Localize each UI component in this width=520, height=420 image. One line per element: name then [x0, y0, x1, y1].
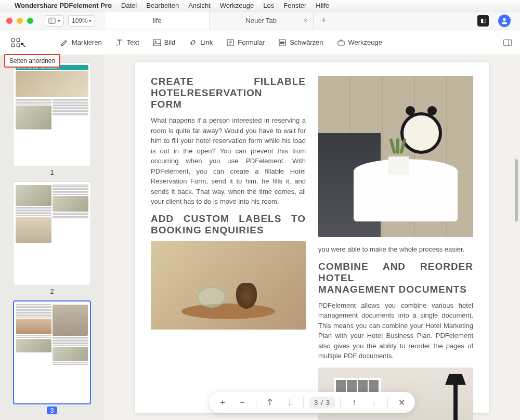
dual-pane-button[interactable]	[503, 38, 512, 47]
tool-text[interactable]: Text	[115, 38, 139, 47]
tool-schwaerzen[interactable]: Schwärzen	[278, 38, 323, 47]
menu-ansicht[interactable]: Ansicht	[188, 2, 211, 9]
tab-neuer[interactable]: Neuer Tab ×	[210, 11, 314, 30]
form-icon	[226, 38, 235, 47]
toolbox-icon	[337, 38, 345, 47]
image-icon	[153, 38, 161, 47]
cursor-icon: ↖	[20, 41, 27, 49]
tool-bild[interactable]: Bild	[153, 38, 176, 47]
menu-datei[interactable]: Datei	[121, 2, 137, 9]
zoom-value: 109%	[72, 17, 88, 24]
page-thumbnail-2[interactable]	[13, 181, 91, 285]
tool-link[interactable]: Link	[189, 38, 213, 47]
svg-rect-3	[11, 38, 15, 42]
thumb-number: 2	[50, 287, 54, 295]
app-name[interactable]: Wondershare PDFelement Pro	[15, 2, 112, 9]
menu-los[interactable]: Los	[263, 2, 274, 9]
window-chrome: ▾ 109% ▾ life Neuer Tab × + ◧	[0, 11, 520, 30]
menu-fenster[interactable]: Fenster	[283, 2, 306, 9]
paragraph: you were able to make the whole process …	[318, 244, 473, 255]
svg-rect-14	[280, 42, 284, 44]
menu-bearbeiten[interactable]: Bearbeiten	[146, 2, 179, 9]
thumbnails-sidebar: How to Plan your Time Effectively 1 2 3	[0, 55, 104, 420]
svg-rect-7	[153, 40, 161, 46]
thumb-number: 3	[47, 406, 57, 414]
zoom-out-button[interactable]: －	[234, 394, 251, 411]
page-sep: /	[321, 399, 323, 406]
heading-create-fillable: CREATE FILLABLE HOTELRESERVATION FORM	[151, 76, 306, 110]
thumb-number: 1	[50, 168, 54, 176]
dual-pane-icon	[503, 38, 512, 47]
highlighter-icon	[60, 38, 69, 47]
redact-icon	[278, 38, 287, 47]
fit-width-button[interactable]	[262, 394, 278, 411]
close-bar-button[interactable]: ✕	[393, 394, 410, 411]
tool-label: Markieren	[72, 38, 102, 46]
next-page-button[interactable]: ↓	[366, 394, 382, 411]
tool-werkzeuge[interactable]: Werkzeuge	[337, 38, 383, 47]
tool-label: Werkzeuge	[348, 38, 383, 46]
svg-rect-4	[17, 38, 20, 42]
fit-height-icon	[285, 398, 294, 406]
main-toolbar: ↖ Markieren Text Bild Link Formular Schw…	[0, 30, 520, 55]
tool-label: Formular	[238, 38, 265, 46]
chevron-down-icon: ▾	[89, 18, 92, 23]
tool-markieren[interactable]: Markieren	[60, 38, 102, 47]
tooltip-text: Seiten anordnen	[9, 57, 55, 64]
link-icon	[189, 38, 197, 47]
macos-menubar: Wondershare PDFelement Pro Datei Bearbei…	[0, 0, 520, 11]
page-indicator[interactable]: 3 / 3	[309, 397, 335, 409]
paragraph: PDFelement allows you combine various ho…	[318, 300, 473, 361]
heading-add-custom: ADD CUSTOM LABELS TO BOOKING ENQUIRIES	[151, 213, 306, 236]
document-canvas[interactable]: CREATE FILLABLE HOTELRESERVATION FORM Wh…	[104, 55, 520, 420]
new-tab-button[interactable]: +	[314, 11, 334, 30]
thumbnails-grid-button[interactable]: ↖	[8, 35, 23, 50]
zoom-selector[interactable]: 109% ▾	[68, 15, 95, 27]
sidebar-icon	[48, 17, 56, 24]
pdf-page: CREATE FILLABLE HOTELRESERVATION FORM Wh…	[135, 62, 489, 413]
app-logo-icon[interactable]: ◧	[477, 15, 489, 27]
total-pages: 3	[326, 399, 330, 406]
tool-label: Bild	[164, 38, 176, 46]
svg-rect-16	[503, 40, 511, 46]
svg-rect-15	[338, 41, 344, 45]
window-minimize[interactable]	[17, 18, 23, 24]
sidebar-toggle-button[interactable]: ▾	[45, 15, 64, 27]
page-thumbnail-3[interactable]	[13, 300, 91, 404]
svg-rect-6	[17, 44, 20, 47]
user-icon	[501, 17, 508, 24]
text-icon	[115, 38, 124, 47]
tool-label: Link	[200, 38, 213, 46]
tooltip-seiten-anordnen: Seiten anordnen	[4, 54, 60, 68]
user-avatar[interactable]	[498, 15, 511, 27]
content-image-pinecone	[151, 241, 306, 330]
tab-life[interactable]: life	[106, 11, 210, 30]
heading-combine-reorder: COMBINE AND REORDER HOTEL MANAGEMENT DOC…	[318, 261, 473, 295]
paragraph: What happens if a person interested in r…	[151, 115, 306, 207]
prev-page-button[interactable]: ↑	[346, 394, 362, 411]
svg-point-8	[154, 41, 156, 42]
content-image-clock	[318, 76, 473, 237]
tool-label: Text	[127, 38, 139, 46]
menu-hilfe[interactable]: Hilfe	[316, 2, 329, 9]
grid-icon	[11, 38, 20, 47]
window-close[interactable]	[6, 18, 12, 24]
svg-rect-0	[49, 18, 55, 23]
zoom-in-button[interactable]: ＋	[214, 394, 231, 411]
page-nav-bar: ＋ － 3 / 3 ↑ ↓ ✕	[209, 392, 415, 413]
menu-werkzeuge[interactable]: Werkzeuge	[220, 2, 254, 9]
vertical-scrollbar[interactable]	[514, 55, 519, 420]
svg-point-2	[503, 18, 505, 20]
tab-label: life	[153, 17, 162, 24]
svg-rect-5	[11, 44, 15, 47]
document-tabs: life Neuer Tab × +	[106, 11, 468, 30]
current-page: 3	[314, 399, 318, 406]
tool-label: Schwärzen	[290, 38, 323, 46]
tab-label: Neuer Tab	[245, 17, 277, 24]
fit-height-button[interactable]	[281, 394, 298, 411]
close-icon[interactable]: ×	[304, 17, 308, 24]
chevron-down-icon: ▾	[58, 18, 60, 23]
page-thumbnail-1[interactable]: How to Plan your Time Effectively	[13, 62, 91, 166]
window-zoom[interactable]	[27, 18, 33, 24]
tool-formular[interactable]: Formular	[226, 38, 265, 47]
